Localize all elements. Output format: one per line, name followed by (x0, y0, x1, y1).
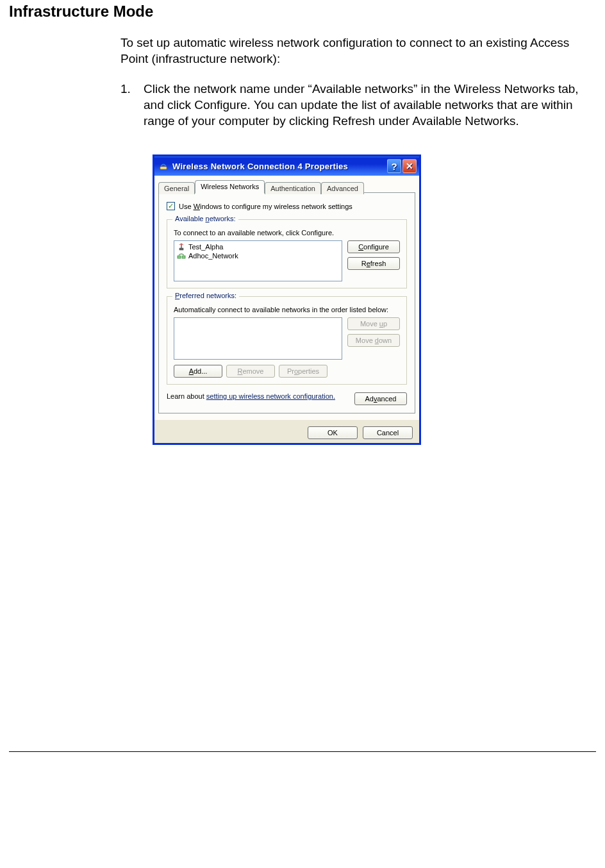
available-networks-group: Available networks: To connect to an ava… (167, 219, 407, 288)
properties-button: Properties (279, 365, 327, 378)
adhoc-network-icon (177, 252, 186, 260)
move-up-button: Move up (347, 317, 400, 330)
step-number: 1. (120, 81, 144, 129)
tab-wireless-networks[interactable]: Wireless Networks (195, 180, 265, 194)
svg-rect-3 (178, 256, 181, 258)
use-windows-checkbox-row[interactable]: ✓ Use Windows to configure my wireless n… (167, 202, 407, 210)
ok-button[interactable]: OK (308, 426, 358, 439)
checkbox-checked-icon[interactable]: ✓ (167, 202, 175, 210)
network-name: Adhoc_Network (188, 252, 238, 260)
help-button[interactable]: ? (387, 159, 401, 173)
svg-rect-4 (182, 256, 185, 258)
add-button[interactable]: Add... (174, 365, 222, 378)
preferred-networks-group: Preferred networks: Automatically connec… (167, 296, 407, 385)
configure-button[interactable]: Configure (347, 240, 400, 253)
footer-rule (9, 751, 596, 752)
remove-button: Remove (226, 365, 275, 378)
network-name: Test_Alpha (188, 243, 223, 251)
tab-panel: ✓ Use Windows to configure my wireless n… (158, 192, 415, 413)
svg-rect-0 (160, 167, 167, 169)
infrastructure-network-icon (177, 243, 186, 251)
advanced-button[interactable]: Advanced (354, 392, 407, 405)
list-item[interactable]: Test_Alpha (176, 242, 340, 251)
setup-wireless-link[interactable]: setting up wireless network configuratio… (206, 392, 335, 400)
move-down-button: Move down (347, 334, 400, 347)
dialog-title: Wireless Network Connection 4 Properties (172, 162, 386, 171)
preferred-networks-list[interactable] (174, 317, 342, 360)
step-list: 1. Click the network name under “Availab… (120, 81, 596, 129)
list-item[interactable]: Adhoc_Network (176, 251, 340, 260)
intro-paragraph: To set up automatic wireless network con… (120, 35, 596, 67)
svg-rect-2 (179, 248, 183, 250)
section-heading: Infrastructure Mode (9, 3, 596, 21)
cancel-button[interactable]: Cancel (363, 426, 413, 439)
tab-authentication[interactable]: Authentication (265, 182, 321, 194)
tab-advanced[interactable]: Advanced (321, 182, 364, 194)
refresh-button[interactable]: Refresh (347, 257, 400, 270)
available-networks-list[interactable]: Test_Alpha (174, 240, 342, 281)
preferred-networks-legend: Preferred networks: (172, 292, 239, 299)
tabs-row: General Wireless Networks Authentication… (158, 179, 415, 193)
available-networks-legend: Available networks: (172, 215, 238, 222)
properties-dialog: Wireless Network Connection 4 Properties… (153, 154, 421, 445)
preferred-networks-desc: Automatically connect to available netwo… (174, 306, 400, 313)
learn-about-text: Learn about setting up wireless network … (167, 392, 335, 400)
dialog-bottom-buttons: OK Cancel (154, 420, 419, 443)
tab-general[interactable]: General (158, 182, 195, 194)
titlebar[interactable]: Wireless Network Connection 4 Properties… (154, 156, 419, 176)
use-windows-label: Use Windows to configure my wireless net… (179, 203, 352, 210)
wireless-app-icon (158, 161, 169, 171)
available-networks-desc: To connect to an available network, clic… (174, 229, 400, 237)
step-text: Click the network name under “Available … (144, 81, 596, 129)
close-button[interactable]: ✕ (402, 159, 417, 173)
